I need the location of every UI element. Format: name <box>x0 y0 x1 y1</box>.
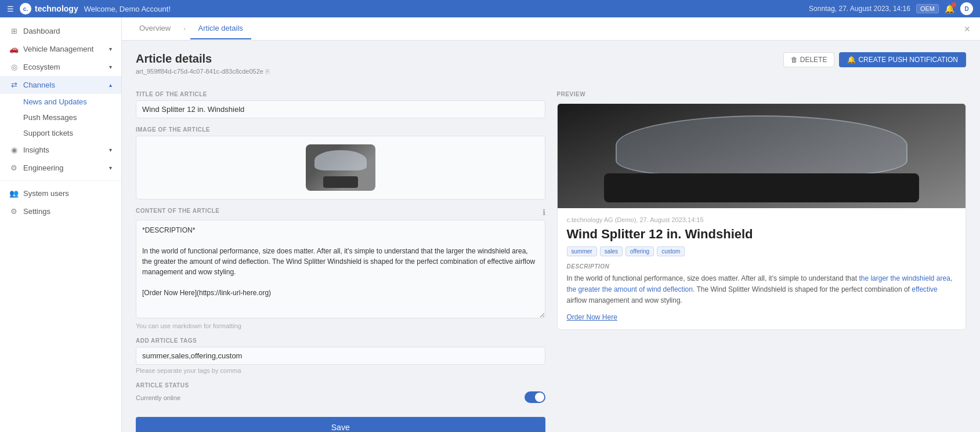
sidebar-item-news-updates[interactable]: News and Updates <box>23 94 121 110</box>
image-upload-area[interactable] <box>136 136 545 199</box>
title-label: TITLE OF THE ARTICLE <box>136 91 545 97</box>
preview-content: c.technology AG (Demo), 27. August 2023,… <box>558 208 966 329</box>
sidebar-item-label: Ecosystem <box>23 63 60 71</box>
sidebar-item-label: Channels <box>23 81 55 89</box>
datetime-display: Sonntag, 27. August 2023, 14:16 <box>809 5 910 13</box>
title-section: TITLE OF THE ARTICLE <box>136 91 545 118</box>
sidebar-sub-label: Push Messages <box>23 113 77 122</box>
sidebar-item-label: System users <box>23 189 69 198</box>
sidebar-item-label: Engineering <box>23 164 63 172</box>
save-button[interactable]: Save <box>136 417 545 432</box>
sidebar-item-push-messages[interactable]: Push Messages <box>23 110 121 125</box>
sidebar-item-dashboard[interactable]: ⊞ Dashboard <box>0 22 121 40</box>
sidebar-item-label: Vehicle Management <box>23 45 93 53</box>
status-text: Currently online <box>136 394 180 401</box>
sidebar-item-engineering[interactable]: ⚙ Engineering ▾ <box>0 159 121 177</box>
bell-icon: 🔔 <box>847 56 856 64</box>
sidebar-item-system-users[interactable]: 👥 System users <box>0 184 121 202</box>
settings-icon: ⚙ <box>9 207 19 216</box>
create-push-label: CREATE PUSH NOTIFICATION <box>858 56 958 64</box>
welcome-message: Welcome, Demo Account! <box>84 5 171 13</box>
ecosystem-icon: ◎ <box>9 63 19 71</box>
image-section: IMAGE OF THE ARTICLE <box>136 126 545 199</box>
delete-label: DELETE <box>800 56 827 64</box>
logo-text: technology <box>35 4 78 13</box>
sidebar-item-support-tickets[interactable]: Support tickets <box>23 125 121 141</box>
notification-icon[interactable]: 🔔 <box>945 4 954 13</box>
article-details-page: Article details art_959ff84d-c75d-4c07-8… <box>122 41 980 432</box>
content-textarea[interactable]: *DESCRIPTION* In the world of functional… <box>136 220 545 318</box>
sidebar: ⊞ Dashboard 🚗 Vehicle Management ▾ ◎ Eco… <box>0 17 122 432</box>
preview-tag-sales: sales <box>600 246 623 256</box>
article-id-row: art_959ff84d-c75d-4c07-841c-d83c8cde052e… <box>136 68 270 75</box>
users-icon: 👥 <box>9 189 19 198</box>
top-navigation: ☰ c. technology Welcome, Demo Account! S… <box>0 0 980 17</box>
article-image-preview <box>306 144 375 191</box>
status-label: ARTICLE STATUS <box>136 382 545 389</box>
dashboard-icon: ⊞ <box>9 27 19 35</box>
preview-title: Wind Splitter 12 in. Windshield <box>567 227 957 242</box>
tags-input[interactable] <box>136 347 545 365</box>
engineering-icon: ⚙ <box>9 164 19 172</box>
preview-desc-label: DESCRIPTION <box>567 263 957 270</box>
sidebar-item-label: Dashboard <box>23 27 60 35</box>
main-content: Overview › Article details ✕ Article det… <box>122 17 980 432</box>
sidebar-sub-label: News and Updates <box>23 97 87 106</box>
preview-body-text: In the world of functional performance, … <box>567 273 957 307</box>
sidebar-item-label: Insights <box>23 146 49 154</box>
status-toggle[interactable] <box>525 391 545 403</box>
sidebar-item-ecosystem[interactable]: ◎ Ecosystem ▾ <box>0 58 121 76</box>
close-tab-icon[interactable]: ✕ <box>964 24 971 34</box>
chevron-down-icon: ▾ <box>109 64 112 70</box>
trash-icon: 🗑 <box>791 56 798 64</box>
sidebar-item-insights[interactable]: ◉ Insights ▾ <box>0 141 121 159</box>
preview-column: PREVIEW c.technology AG (Demo), 27. Augu… <box>557 91 967 432</box>
chevron-down-icon: ▾ <box>109 165 112 171</box>
sidebar-item-label: Settings <box>23 207 50 216</box>
oem-badge: OEM <box>916 4 939 13</box>
status-section: ARTICLE STATUS Currently online <box>136 382 545 403</box>
preview-hero-inner <box>558 104 966 208</box>
insights-icon: ◉ <box>9 146 19 154</box>
article-actions: 🗑 DELETE 🔔 CREATE PUSH NOTIFICATION <box>783 52 966 67</box>
markdown-hint: You can use markdown for formatting <box>136 322 545 329</box>
sidebar-item-settings[interactable]: ⚙ Settings <box>0 202 121 220</box>
notification-dot <box>952 2 956 7</box>
article-header: Article details art_959ff84d-c75d-4c07-8… <box>136 52 270 75</box>
chevron-down-icon: ▾ <box>109 147 112 153</box>
vehicle-icon: 🚗 <box>9 45 19 53</box>
logo-circle: c. <box>20 3 31 14</box>
content-label: CONTENT OF THE ARTICLE <box>136 208 220 214</box>
two-column-layout: TITLE OF THE ARTICLE IMAGE OF THE ARTICL… <box>136 91 966 432</box>
preview-tag-custom: custom <box>657 246 685 256</box>
app-logo: c. technology <box>20 3 78 14</box>
preview-label: PREVIEW <box>557 91 967 97</box>
title-input[interactable] <box>136 100 545 118</box>
tags-label: ADD ARTICLE TAGS <box>136 337 545 344</box>
create-push-button[interactable]: 🔔 CREATE PUSH NOTIFICATION <box>839 52 966 67</box>
avatar[interactable]: D <box>960 2 973 15</box>
preview-tags: summer sales offering custom <box>567 246 957 256</box>
tags-section: ADD ARTICLE TAGS Please separate your ta… <box>136 337 545 374</box>
highlight-text: the larger the windshield area, the grea… <box>567 274 953 293</box>
channels-icon: ⇄ <box>9 81 19 89</box>
hamburger-icon[interactable]: ☰ <box>7 5 14 13</box>
article-page-title: Article details <box>136 52 270 66</box>
sidebar-item-channels[interactable]: ⇄ Channels ▴ <box>0 76 121 94</box>
info-icon[interactable]: ℹ <box>543 208 545 217</box>
image-label: IMAGE OF THE ARTICLE <box>136 126 545 133</box>
copy-icon[interactable]: ⎘ <box>266 68 270 75</box>
preview-card: c.technology AG (Demo), 27. August 2023,… <box>557 103 967 330</box>
order-now-link[interactable]: Order Now Here <box>567 313 617 321</box>
preview-meta: c.technology AG (Demo), 27. August 2023,… <box>567 216 957 223</box>
preview-tag-summer: summer <box>567 246 597 256</box>
highlight-text-2: effective <box>912 285 937 293</box>
sidebar-item-vehicle-management[interactable]: 🚗 Vehicle Management ▾ <box>0 40 121 58</box>
tab-article-details[interactable]: Article details <box>190 18 251 39</box>
tab-overview[interactable]: Overview <box>131 18 179 39</box>
content-section: CONTENT OF THE ARTICLE ℹ *DESCRIPTION* I… <box>136 208 545 329</box>
chevron-down-icon: ▾ <box>109 46 112 52</box>
delete-button[interactable]: 🗑 DELETE <box>783 52 835 67</box>
preview-tag-offering: offering <box>625 246 654 256</box>
form-column: TITLE OF THE ARTICLE IMAGE OF THE ARTICL… <box>136 91 545 432</box>
